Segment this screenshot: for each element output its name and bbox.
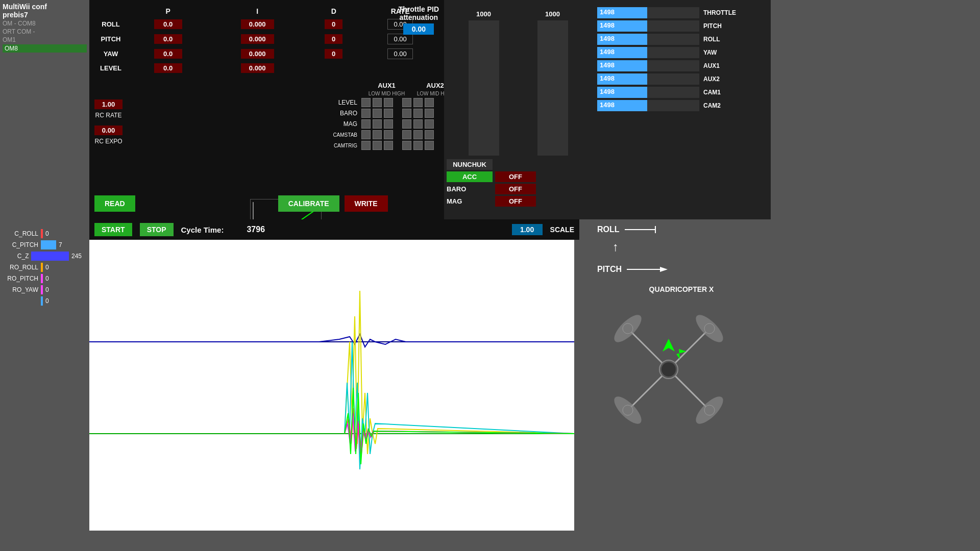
sensor-ro-yaw-bar [41, 285, 43, 294]
aux1-camstab-high[interactable] [384, 130, 393, 139]
rc-channel-row: 1498ROLL [597, 34, 766, 45]
start-button[interactable]: START [94, 223, 132, 236]
rc-channel-label: AUX1 [703, 62, 720, 69]
throttle-pid-label: Throttle PID [399, 5, 439, 13]
sensor-ro-pitch-row: RO_PITCH 0 [3, 274, 87, 283]
aux1-mag-mid[interactable] [373, 119, 382, 129]
pid-roll-i[interactable] [241, 19, 274, 29]
svg-marker-22 [663, 339, 675, 352]
aux1-baro-low[interactable] [361, 109, 371, 118]
sensor-baro-name: BARO [447, 185, 493, 193]
sensor-ro-roll-row: RO_ROLL 0 [3, 263, 87, 272]
aux1-camstab-mid[interactable] [373, 130, 382, 139]
aux1-mag-low[interactable] [361, 119, 371, 129]
pid-row-label-pitch: PITCH [95, 32, 126, 46]
svg-rect-3 [89, 240, 574, 531]
pid-pitch-i[interactable] [241, 34, 274, 44]
svg-point-13 [662, 362, 676, 377]
stop-button[interactable]: STOP [140, 223, 174, 236]
aux2-camstab-high[interactable] [425, 130, 434, 139]
sidebar-item-com8[interactable]: OM - COM8 [3, 20, 87, 27]
aux2-camstab-low[interactable] [402, 130, 411, 139]
calibrate-button[interactable]: CALIBRATE [278, 195, 339, 212]
sensor-panel: NUNCHUK ACC OFF BARO OFF MAG OFF [444, 156, 592, 219]
pid-level-p[interactable] [154, 63, 182, 73]
aux2-baro-mid[interactable] [413, 109, 423, 118]
aux1-baro-mid[interactable] [373, 109, 382, 118]
motor-front-l-bar [469, 20, 499, 138]
aux2-baro-low[interactable] [402, 109, 411, 118]
pitch-label: PITCH [597, 265, 622, 274]
aux1-level-mid[interactable] [373, 98, 382, 107]
chart-svg [89, 240, 574, 531]
pid-yaw-d[interactable] [325, 49, 342, 59]
scale-label: SCALE [550, 226, 574, 234]
aux1-level-low[interactable] [361, 98, 371, 107]
aux2-camtrig-low[interactable] [402, 141, 411, 150]
throttle-pid-section: Throttle PID attenuation [399, 5, 439, 35]
write-button[interactable]: WRITE [345, 195, 388, 212]
sensor-c-pitch-row: C_PITCH 7 [3, 240, 87, 249]
rc-channel-bar-container: 1498 [597, 7, 699, 18]
motor-front-l-value: 1000 [476, 10, 491, 18]
read-button[interactable]: READ [94, 195, 135, 212]
pid-yaw-p[interactable] [154, 49, 182, 59]
pid-pitch-p[interactable] [154, 34, 182, 44]
rc-channel-value: 1498 [600, 74, 615, 82]
sensor-ro-yaw-label: RO_YAW [3, 286, 38, 293]
sensor-c-z-bar [31, 252, 69, 261]
aux2-baro-high[interactable] [425, 109, 434, 118]
aux2-level-low[interactable] [402, 98, 411, 107]
aux2-mag-mid[interactable] [413, 119, 423, 129]
sensor-extra-bar [41, 296, 43, 306]
aux2-level-mid[interactable] [413, 98, 423, 107]
sensor-ro-yaw-value: 0 [45, 286, 61, 293]
aux2-camtrig-high[interactable] [425, 141, 434, 150]
sidebar-item-om8[interactable]: OM8 [3, 44, 87, 53]
rc-channel-bar-container: 1498 [597, 87, 699, 98]
aux1-label: AUX1 [362, 82, 411, 89]
svg-marker-9 [660, 267, 668, 272]
sidebar-item-ortcom[interactable]: ORT COM - [3, 28, 87, 35]
rc-channel-bar-container: 1498 [597, 20, 699, 32]
table-row: YAW [95, 47, 438, 61]
aux1-level-high[interactable] [384, 98, 393, 107]
aux-mag-label: MAG [327, 120, 357, 128]
aux1-camtrig-high[interactable] [384, 141, 393, 150]
pid-pitch-rate[interactable] [387, 34, 413, 44]
aux1-camtrig-mid[interactable] [373, 141, 382, 150]
aux2-mag-low[interactable] [402, 119, 411, 129]
sensor-c-roll-value: 0 [45, 230, 61, 237]
aux2-camstab-mid[interactable] [413, 130, 423, 139]
pitch-indicator-svg [627, 264, 668, 274]
aux2-mag-high[interactable] [425, 119, 434, 129]
rc-rate-input[interactable] [94, 99, 122, 109]
pid-header-p: P [127, 6, 209, 16]
throttle-pid-value[interactable] [403, 23, 434, 35]
pid-yaw-i[interactable] [241, 49, 274, 59]
aux1-camstab-low[interactable] [361, 130, 371, 139]
sensor-c-z-row: C_Z 245 [3, 252, 87, 261]
sidebar-item-om1[interactable]: OM1 [3, 36, 87, 43]
rc-channel-row: 1498THROTTLE [597, 7, 766, 18]
aux2-camtrig-mid[interactable] [413, 141, 423, 150]
pid-pitch-d[interactable] [325, 34, 342, 44]
pid-roll-p[interactable] [154, 19, 182, 29]
aux1-camtrig-low[interactable] [361, 141, 371, 150]
scale-input[interactable] [512, 224, 543, 235]
sensor-ro-roll-bar [41, 263, 43, 272]
aux2-level-high[interactable] [425, 98, 434, 107]
rc-expo-input[interactable] [94, 126, 122, 135]
chart-area [89, 240, 574, 531]
roll-indicator-svg [625, 224, 666, 235]
rc-channel-label: CAM2 [703, 102, 721, 109]
aux-camtrig-label: CAMTRIG [327, 143, 357, 148]
pid-roll-d[interactable] [325, 19, 342, 29]
rc-rate-label: RC RATE [94, 112, 122, 119]
aux1-baro-high[interactable] [384, 109, 393, 118]
pid-level-i[interactable] [241, 63, 274, 73]
table-row: LEVEL [95, 62, 438, 74]
aux1-mag-high[interactable] [384, 119, 393, 129]
pid-yaw-rate[interactable] [387, 48, 413, 59]
rc-channel-label: YAW [703, 49, 717, 56]
